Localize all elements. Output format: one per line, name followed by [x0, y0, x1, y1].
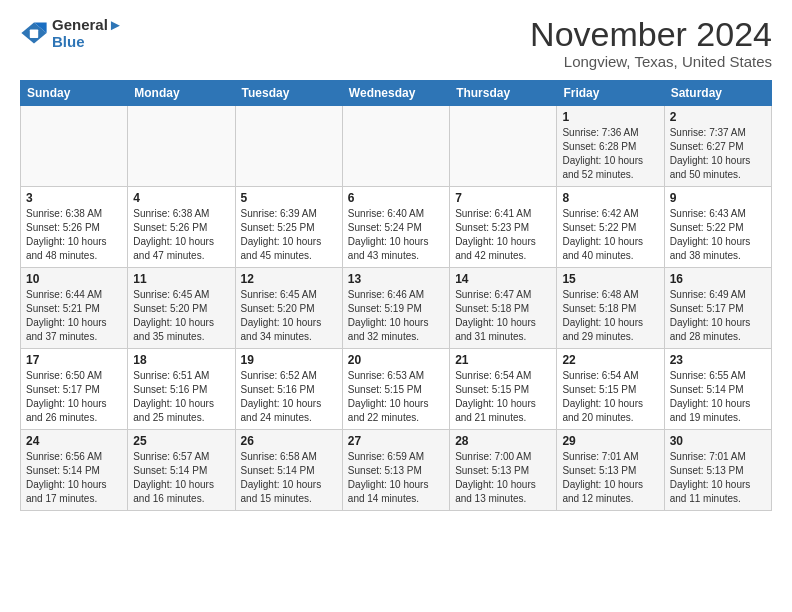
day-info: Sunrise: 7:36 AMSunset: 6:28 PMDaylight:… [562, 126, 658, 182]
day-number: 29 [562, 434, 658, 448]
calendar-cell [235, 106, 342, 187]
day-info: Sunrise: 6:45 AMSunset: 5:20 PMDaylight:… [241, 288, 337, 344]
day-number: 23 [670, 353, 766, 367]
calendar-cell: 2Sunrise: 7:37 AMSunset: 6:27 PMDaylight… [664, 106, 771, 187]
weekday-header-sunday: Sunday [21, 81, 128, 106]
day-info: Sunrise: 7:00 AMSunset: 5:13 PMDaylight:… [455, 450, 551, 506]
logo-text: General► Blue [52, 16, 123, 50]
day-number: 9 [670, 191, 766, 205]
calendar-cell: 11Sunrise: 6:45 AMSunset: 5:20 PMDayligh… [128, 268, 235, 349]
day-number: 22 [562, 353, 658, 367]
day-info: Sunrise: 6:54 AMSunset: 5:15 PMDaylight:… [455, 369, 551, 425]
calendar-cell: 12Sunrise: 6:45 AMSunset: 5:20 PMDayligh… [235, 268, 342, 349]
calendar-cell: 22Sunrise: 6:54 AMSunset: 5:15 PMDayligh… [557, 349, 664, 430]
day-number: 13 [348, 272, 444, 286]
day-info: Sunrise: 6:58 AMSunset: 5:14 PMDaylight:… [241, 450, 337, 506]
calendar-cell: 29Sunrise: 7:01 AMSunset: 5:13 PMDayligh… [557, 430, 664, 511]
calendar-header: SundayMondayTuesdayWednesdayThursdayFrid… [21, 81, 772, 106]
day-info: Sunrise: 7:37 AMSunset: 6:27 PMDaylight:… [670, 126, 766, 182]
day-info: Sunrise: 6:59 AMSunset: 5:13 PMDaylight:… [348, 450, 444, 506]
day-number: 10 [26, 272, 122, 286]
day-info: Sunrise: 6:39 AMSunset: 5:25 PMDaylight:… [241, 207, 337, 263]
weekday-header-wednesday: Wednesday [342, 81, 449, 106]
calendar: SundayMondayTuesdayWednesdayThursdayFrid… [20, 80, 772, 511]
day-info: Sunrise: 6:38 AMSunset: 5:26 PMDaylight:… [133, 207, 229, 263]
day-number: 14 [455, 272, 551, 286]
calendar-week-4: 17Sunrise: 6:50 AMSunset: 5:17 PMDayligh… [21, 349, 772, 430]
calendar-cell: 16Sunrise: 6:49 AMSunset: 5:17 PMDayligh… [664, 268, 771, 349]
day-info: Sunrise: 6:56 AMSunset: 5:14 PMDaylight:… [26, 450, 122, 506]
weekday-row: SundayMondayTuesdayWednesdayThursdayFrid… [21, 81, 772, 106]
day-number: 8 [562, 191, 658, 205]
day-number: 4 [133, 191, 229, 205]
calendar-cell: 4Sunrise: 6:38 AMSunset: 5:26 PMDaylight… [128, 187, 235, 268]
calendar-cell: 14Sunrise: 6:47 AMSunset: 5:18 PMDayligh… [450, 268, 557, 349]
day-info: Sunrise: 6:53 AMSunset: 5:15 PMDaylight:… [348, 369, 444, 425]
day-number: 30 [670, 434, 766, 448]
calendar-cell [128, 106, 235, 187]
day-number: 5 [241, 191, 337, 205]
calendar-cell: 15Sunrise: 6:48 AMSunset: 5:18 PMDayligh… [557, 268, 664, 349]
day-info: Sunrise: 6:42 AMSunset: 5:22 PMDaylight:… [562, 207, 658, 263]
calendar-cell: 5Sunrise: 6:39 AMSunset: 5:25 PMDaylight… [235, 187, 342, 268]
day-number: 26 [241, 434, 337, 448]
day-number: 17 [26, 353, 122, 367]
day-number: 24 [26, 434, 122, 448]
calendar-cell: 17Sunrise: 6:50 AMSunset: 5:17 PMDayligh… [21, 349, 128, 430]
title-area: November 2024 Longview, Texas, United St… [530, 16, 772, 70]
calendar-week-5: 24Sunrise: 6:56 AMSunset: 5:14 PMDayligh… [21, 430, 772, 511]
day-info: Sunrise: 7:01 AMSunset: 5:13 PMDaylight:… [562, 450, 658, 506]
day-number: 19 [241, 353, 337, 367]
logo-area: General► Blue [20, 16, 123, 50]
location: Longview, Texas, United States [530, 53, 772, 70]
day-info: Sunrise: 7:01 AMSunset: 5:13 PMDaylight:… [670, 450, 766, 506]
day-info: Sunrise: 6:45 AMSunset: 5:20 PMDaylight:… [133, 288, 229, 344]
calendar-cell: 23Sunrise: 6:55 AMSunset: 5:14 PMDayligh… [664, 349, 771, 430]
day-info: Sunrise: 6:38 AMSunset: 5:26 PMDaylight:… [26, 207, 122, 263]
day-number: 3 [26, 191, 122, 205]
day-number: 18 [133, 353, 229, 367]
day-info: Sunrise: 6:57 AMSunset: 5:14 PMDaylight:… [133, 450, 229, 506]
weekday-header-thursday: Thursday [450, 81, 557, 106]
calendar-body: 1Sunrise: 7:36 AMSunset: 6:28 PMDaylight… [21, 106, 772, 511]
day-info: Sunrise: 6:55 AMSunset: 5:14 PMDaylight:… [670, 369, 766, 425]
svg-rect-2 [30, 30, 38, 38]
header: General► Blue November 2024 Longview, Te… [20, 16, 772, 70]
calendar-cell: 25Sunrise: 6:57 AMSunset: 5:14 PMDayligh… [128, 430, 235, 511]
calendar-cell: 18Sunrise: 6:51 AMSunset: 5:16 PMDayligh… [128, 349, 235, 430]
logo-icon [20, 19, 48, 47]
calendar-week-2: 3Sunrise: 6:38 AMSunset: 5:26 PMDaylight… [21, 187, 772, 268]
day-info: Sunrise: 6:40 AMSunset: 5:24 PMDaylight:… [348, 207, 444, 263]
day-info: Sunrise: 6:52 AMSunset: 5:16 PMDaylight:… [241, 369, 337, 425]
weekday-header-friday: Friday [557, 81, 664, 106]
day-info: Sunrise: 6:43 AMSunset: 5:22 PMDaylight:… [670, 207, 766, 263]
day-number: 15 [562, 272, 658, 286]
calendar-cell: 13Sunrise: 6:46 AMSunset: 5:19 PMDayligh… [342, 268, 449, 349]
calendar-cell: 28Sunrise: 7:00 AMSunset: 5:13 PMDayligh… [450, 430, 557, 511]
month-title: November 2024 [530, 16, 772, 53]
weekday-header-monday: Monday [128, 81, 235, 106]
weekday-header-tuesday: Tuesday [235, 81, 342, 106]
day-info: Sunrise: 6:47 AMSunset: 5:18 PMDaylight:… [455, 288, 551, 344]
page: General► Blue November 2024 Longview, Te… [0, 0, 792, 521]
day-number: 27 [348, 434, 444, 448]
calendar-cell: 24Sunrise: 6:56 AMSunset: 5:14 PMDayligh… [21, 430, 128, 511]
day-number: 11 [133, 272, 229, 286]
day-number: 12 [241, 272, 337, 286]
day-info: Sunrise: 6:51 AMSunset: 5:16 PMDaylight:… [133, 369, 229, 425]
calendar-cell: 26Sunrise: 6:58 AMSunset: 5:14 PMDayligh… [235, 430, 342, 511]
day-info: Sunrise: 6:41 AMSunset: 5:23 PMDaylight:… [455, 207, 551, 263]
day-info: Sunrise: 6:48 AMSunset: 5:18 PMDaylight:… [562, 288, 658, 344]
calendar-cell: 7Sunrise: 6:41 AMSunset: 5:23 PMDaylight… [450, 187, 557, 268]
day-number: 2 [670, 110, 766, 124]
calendar-cell: 19Sunrise: 6:52 AMSunset: 5:16 PMDayligh… [235, 349, 342, 430]
day-number: 25 [133, 434, 229, 448]
calendar-cell: 9Sunrise: 6:43 AMSunset: 5:22 PMDaylight… [664, 187, 771, 268]
calendar-cell: 3Sunrise: 6:38 AMSunset: 5:26 PMDaylight… [21, 187, 128, 268]
day-info: Sunrise: 6:54 AMSunset: 5:15 PMDaylight:… [562, 369, 658, 425]
calendar-cell: 21Sunrise: 6:54 AMSunset: 5:15 PMDayligh… [450, 349, 557, 430]
calendar-cell: 10Sunrise: 6:44 AMSunset: 5:21 PMDayligh… [21, 268, 128, 349]
day-number: 7 [455, 191, 551, 205]
day-number: 16 [670, 272, 766, 286]
calendar-cell: 8Sunrise: 6:42 AMSunset: 5:22 PMDaylight… [557, 187, 664, 268]
